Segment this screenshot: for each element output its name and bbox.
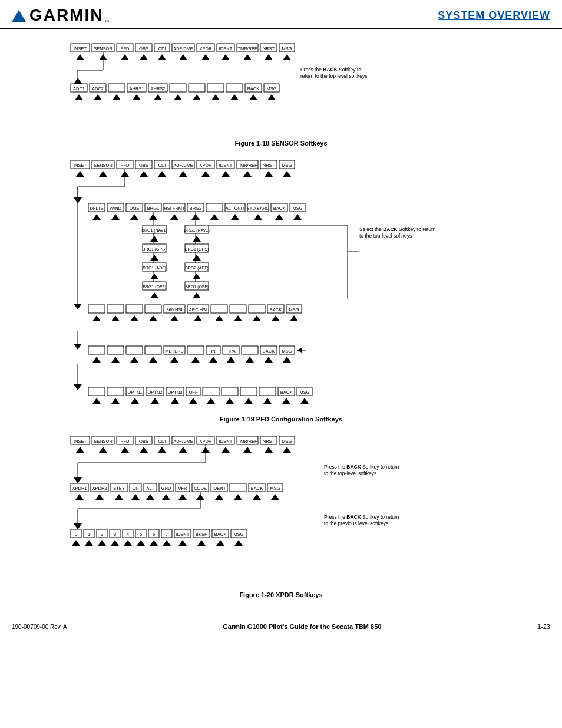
svg-marker-302 <box>74 477 82 483</box>
svg-rect-236 <box>107 387 124 396</box>
svg-marker-123 <box>210 214 219 220</box>
svg-text:IDENT: IDENT <box>176 532 190 537</box>
svg-marker-233 <box>74 384 82 390</box>
svg-text:to the previous level softkeys: to the previous level softkeys. <box>324 521 390 526</box>
svg-marker-253 <box>226 398 234 404</box>
logo-triangle-icon <box>12 10 26 22</box>
svg-text:BRG1 (NAV1): BRG1 (NAV1) <box>184 228 209 233</box>
svg-text:CDI: CDI <box>158 46 166 51</box>
svg-marker-278 <box>158 447 166 453</box>
svg-rect-189 <box>211 305 227 313</box>
svg-marker-243 <box>151 398 159 404</box>
svg-marker-296 <box>283 447 291 453</box>
svg-marker-251 <box>207 398 215 404</box>
svg-marker-305 <box>75 494 84 500</box>
svg-text:360 HSI: 360 HSI <box>166 307 182 312</box>
svg-marker-255 <box>244 398 253 404</box>
svg-text:OPTN2: OPTN2 <box>147 390 162 395</box>
svg-text:DME: DME <box>130 206 140 211</box>
svg-text:BACK: BACK <box>280 390 292 395</box>
figure-1-18-caption: Figure 1-18 SENSOR Softkeys <box>12 140 550 147</box>
svg-text:BACK: BACK <box>247 86 259 91</box>
svg-marker-185 <box>170 315 178 321</box>
svg-text:MSG: MSG <box>282 439 292 444</box>
svg-marker-32 <box>283 54 291 60</box>
svg-marker-223 <box>246 357 254 363</box>
svg-marker-106 <box>92 214 101 220</box>
svg-text:BRG1 (ADF): BRG1 (ADF) <box>143 266 166 271</box>
svg-marker-52 <box>154 94 162 100</box>
svg-rect-250 <box>203 387 219 396</box>
svg-text:NRST: NRST <box>263 163 275 168</box>
svg-text:NRST: NRST <box>263 439 275 444</box>
svg-rect-330 <box>230 483 246 492</box>
svg-marker-358 <box>124 540 132 546</box>
svg-marker-8 <box>121 54 129 60</box>
main-content: INSET SENSOR PFD OBS CDI ADF/DME <box>0 35 562 612</box>
svg-text:OBS: OBS <box>139 163 148 168</box>
svg-marker-240 <box>131 398 139 404</box>
svg-marker-364 <box>150 540 158 546</box>
svg-text:4: 4 <box>127 532 129 537</box>
footer-center: Garmin G1000 Pilot's Guide for the Socat… <box>223 623 381 630</box>
svg-text:IDENT: IDENT <box>219 163 233 168</box>
svg-marker-58 <box>211 94 220 100</box>
svg-marker-69 <box>76 171 84 177</box>
svg-rect-256 <box>259 387 276 396</box>
svg-marker-23 <box>222 54 230 60</box>
svg-marker-355 <box>111 540 119 546</box>
svg-marker-141 <box>150 236 158 242</box>
svg-marker-237 <box>111 398 120 404</box>
footer-right: 1-23 <box>537 623 550 630</box>
svg-text:CDI: CDI <box>158 439 166 444</box>
svg-marker-14 <box>158 54 166 60</box>
svg-text:3: 3 <box>114 532 116 537</box>
svg-marker-320 <box>162 494 170 500</box>
svg-marker-376 <box>216 540 224 546</box>
svg-rect-175 <box>88 305 105 313</box>
svg-text:XPDR2: XPDR2 <box>92 486 107 491</box>
svg-text:BACK: BACK <box>251 486 263 491</box>
svg-text:ADC2: ADC2 <box>92 86 104 91</box>
svg-rect-254 <box>240 387 257 396</box>
svg-marker-126 <box>231 214 239 220</box>
svg-text:BRG2 (ADF): BRG2 (ADF) <box>185 266 209 271</box>
svg-marker-36 <box>74 78 82 84</box>
svg-marker-93 <box>243 171 252 177</box>
svg-marker-129 <box>254 214 262 220</box>
svg-text:5: 5 <box>140 532 142 537</box>
svg-marker-163 <box>193 274 201 279</box>
svg-text:PFD: PFD <box>121 439 130 444</box>
svg-text:MSG: MSG <box>270 486 280 491</box>
svg-text:PFD: PFD <box>121 46 130 51</box>
svg-rect-57 <box>207 84 224 92</box>
svg-marker-249 <box>189 398 197 404</box>
svg-text:TMR/REF: TMR/REF <box>237 439 257 444</box>
svg-marker-200 <box>290 315 298 321</box>
svg-text:MSG: MSG <box>282 348 292 354</box>
svg-text:VFR: VFR <box>178 486 188 491</box>
svg-text:IN: IN <box>211 348 216 354</box>
svg-marker-373 <box>197 540 206 546</box>
svg-rect-234 <box>88 387 105 396</box>
svg-text:MSG: MSG <box>299 390 309 395</box>
svg-marker-290 <box>243 447 252 453</box>
page-title: SYSTEM OVERVIEW <box>438 9 550 22</box>
page-footer: 190-00709-00 Rev. A Garmin G1000 Pilot's… <box>0 618 562 635</box>
svg-marker-20 <box>201 54 210 60</box>
svg-text:Press the BACK Softkey to retu: Press the BACK Softkey to return <box>324 514 399 520</box>
svg-marker-96 <box>265 171 273 177</box>
svg-text:OBS: OBS <box>139 439 148 444</box>
svg-text:IDENT: IDENT <box>213 486 226 491</box>
svg-text:7: 7 <box>166 532 168 537</box>
svg-marker-2 <box>76 54 84 60</box>
svg-marker-188 <box>194 315 202 321</box>
svg-text:XPDR: XPDR <box>200 163 212 168</box>
footer-left: 190-00709-00 Rev. A <box>12 624 67 630</box>
svg-marker-90 <box>222 171 230 177</box>
svg-marker-337 <box>271 494 279 500</box>
svg-text:return to the top level softke: return to the top level softkeys. <box>300 73 369 79</box>
svg-rect-179 <box>126 305 143 313</box>
svg-text:HSI FRMT: HSI FRMT <box>164 206 185 211</box>
svg-text:ADF/DME: ADF/DME <box>173 163 193 168</box>
